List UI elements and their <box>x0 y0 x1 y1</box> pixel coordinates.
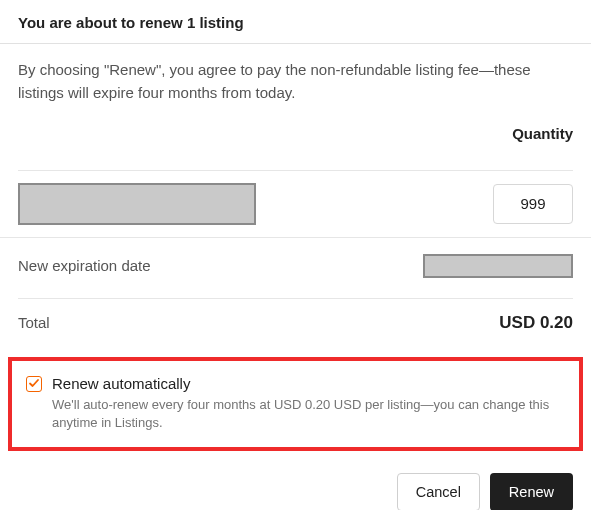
listing-row <box>0 171 591 237</box>
total-value: USD 0.20 <box>499 313 573 333</box>
auto-renew-label: Renew automatically <box>52 375 190 392</box>
intro-section: By choosing "Renew", you agree to pay th… <box>0 44 591 160</box>
intro-text: By choosing "Renew", you agree to pay th… <box>18 58 573 105</box>
listing-thumbnail-placeholder <box>18 183 256 225</box>
auto-renew-checkbox[interactable] <box>26 376 42 392</box>
checkmark-icon <box>29 379 39 388</box>
renew-listing-dialog: You are about to renew 1 listing By choo… <box>0 0 591 510</box>
quantity-input[interactable] <box>493 184 573 224</box>
auto-renew-section: Renew automatically We'll auto-renew eve… <box>8 357 583 452</box>
expiration-date-placeholder <box>423 254 573 278</box>
total-row: Total USD 0.20 <box>0 299 591 351</box>
renew-button[interactable]: Renew <box>490 473 573 510</box>
dialog-footer: Cancel Renew <box>0 463 591 510</box>
cancel-button[interactable]: Cancel <box>397 473 480 510</box>
quantity-column-header: Quantity <box>18 125 573 142</box>
total-label: Total <box>18 314 50 331</box>
auto-renew-description: We'll auto-renew every four months at US… <box>52 396 565 434</box>
expiration-row: New expiration date <box>0 238 591 288</box>
dialog-title: You are about to renew 1 listing <box>0 0 591 44</box>
expiration-label: New expiration date <box>18 257 151 274</box>
